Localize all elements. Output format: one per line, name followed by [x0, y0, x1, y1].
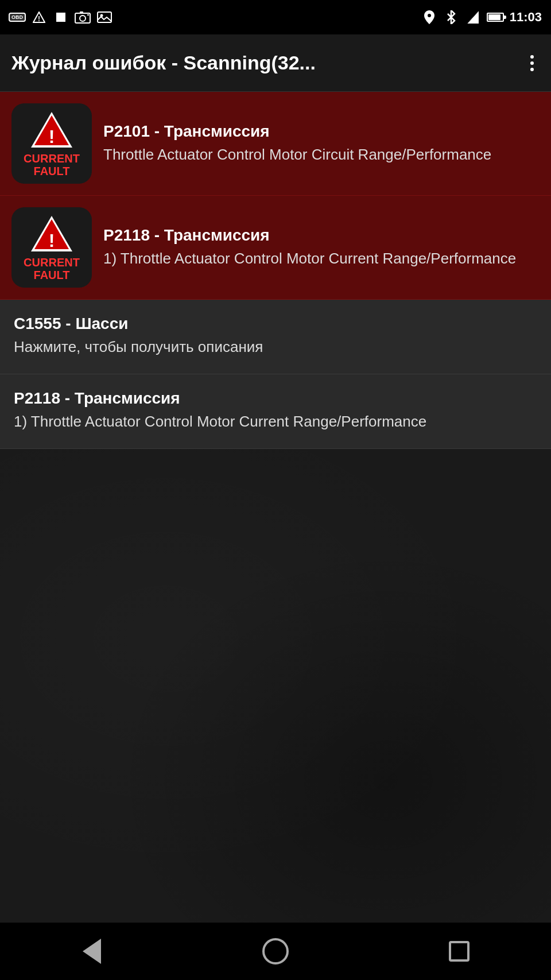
- app-bar: Журнал ошибок - Scanning(32...: [0, 34, 551, 92]
- fault-desc-2: 1) Throttle Actuator Control Motor Curre…: [103, 249, 540, 269]
- svg-text:!: !: [49, 230, 55, 251]
- fault-desc-1: Throttle Actuator Control Motor Circuit …: [103, 145, 540, 165]
- fault-item-normal-2[interactable]: P2118 - Трансмиссия 1) Throttle Actuator…: [0, 374, 551, 449]
- fault-item-normal-1[interactable]: С1555 - Шасси Нажмите, чтобы получить оп…: [0, 300, 551, 374]
- fault-triangle-icon-1: !: [29, 110, 75, 150]
- fault-badge-2: ! CURRENTFAULT: [11, 207, 92, 288]
- fault-badge-label-1: CURRENTFAULT: [24, 152, 80, 177]
- svg-rect-5: [80, 11, 83, 14]
- fault-code-2: P2118 - Трансмиссия: [103, 226, 540, 245]
- fault-code-1: P2101 - Трансмиссия: [103, 122, 540, 141]
- back-icon: [83, 939, 101, 964]
- svg-point-9: [428, 14, 431, 17]
- fault-desc-4: 1) Throttle Actuator Control Motor Curre…: [14, 412, 537, 432]
- square-icon: [53, 9, 69, 25]
- fault-item-current-1[interactable]: ! CURRENTFAULT P2101 - Трансмиссия Throt…: [0, 92, 551, 196]
- status-bar-left: OBD !: [9, 9, 112, 25]
- fault-badge-label-2: CURRENTFAULT: [24, 256, 80, 281]
- main-content: Журнал ошибок - Scanning(32... ! CURRENT…: [0, 34, 551, 923]
- dot-2: [530, 61, 534, 65]
- bluetooth-icon: [443, 9, 459, 25]
- fault-code-3: С1555 - Шасси: [14, 315, 537, 333]
- nav-recent-button[interactable]: [436, 934, 482, 969]
- warning-icon: !: [31, 9, 47, 25]
- dot-3: [530, 68, 534, 71]
- obd-icon: OBD: [9, 9, 25, 25]
- nav-back-button[interactable]: [69, 934, 115, 969]
- fault-text-1: P2101 - Трансмиссия Throttle Actuator Co…: [103, 122, 540, 165]
- svg-text:!: !: [38, 15, 40, 23]
- fault-triangle-icon-2: !: [29, 214, 75, 254]
- fault-item-current-2[interactable]: ! CURRENTFAULT P2118 - Трансмиссия 1) Th…: [0, 196, 551, 300]
- home-icon: [262, 938, 289, 964]
- fault-text-2: P2118 - Трансмиссия 1) Throttle Actuator…: [103, 226, 540, 269]
- camera-icon: [75, 9, 91, 25]
- battery-icon: [487, 13, 504, 22]
- signal-icon: [465, 9, 481, 25]
- more-options-button[interactable]: [525, 49, 540, 77]
- status-bar: OBD !: [0, 0, 551, 34]
- fault-list: ! CURRENTFAULT P2101 - Трансмиссия Throt…: [0, 92, 551, 449]
- svg-text:!: !: [49, 126, 55, 147]
- fault-badge-1: ! CURRENTFAULT: [11, 103, 92, 184]
- svg-point-4: [80, 16, 86, 21]
- fault-code-4: P2118 - Трансмиссия: [14, 389, 537, 408]
- app-bar-title: Журнал ошибок - Scanning(32...: [11, 52, 316, 74]
- status-bar-right: 11:03: [421, 9, 542, 25]
- svg-rect-6: [87, 14, 89, 16]
- nav-home-button[interactable]: [253, 934, 298, 969]
- location-icon: [421, 9, 437, 25]
- dot-1: [530, 55, 534, 59]
- fault-desc-3: Нажмите, чтобы получить описания: [14, 338, 537, 357]
- status-time: 11:03: [510, 10, 542, 25]
- empty-area: [0, 449, 551, 923]
- image-icon: [96, 9, 112, 25]
- svg-rect-2: [56, 13, 65, 22]
- nav-bar: [0, 923, 551, 980]
- recent-icon: [449, 941, 469, 962]
